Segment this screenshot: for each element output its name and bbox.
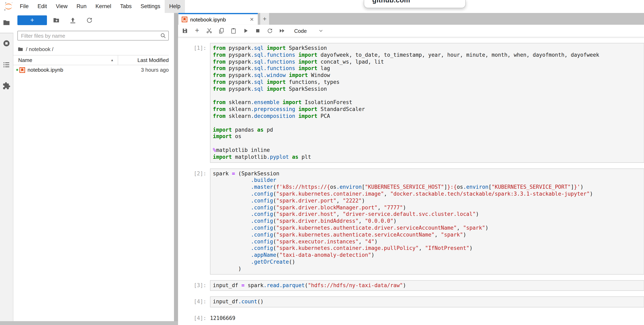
file-list-header: Name ▲ Last Modified xyxy=(13,55,169,65)
new-launcher-button[interactable]: + xyxy=(18,16,47,25)
menu-item-edit[interactable]: Edit xyxy=(33,0,52,13)
menu-items: FileEditViewRunKernelTabsSettingsHelp xyxy=(16,0,185,13)
code-cell-editor[interactable]: spark = (SparkSession .builder .master(f… xyxy=(210,168,644,274)
refresh-icon[interactable] xyxy=(86,17,93,24)
left-sidebar xyxy=(0,13,13,325)
cell-type-value: Code xyxy=(294,28,307,34)
menu-item-file[interactable]: File xyxy=(16,0,33,13)
menu-item-settings[interactable]: Settings xyxy=(136,0,165,13)
code-cell-editor[interactable]: input_df = spark.read.parquet("hdfs://hd… xyxy=(210,280,644,291)
breadcrumb-folder-icon[interactable] xyxy=(18,46,24,52)
tab-close-icon[interactable]: × xyxy=(249,16,254,23)
stop-icon xyxy=(254,28,261,34)
breadcrumb: / notebook / xyxy=(18,45,54,53)
main-area: + xyxy=(0,13,644,325)
left-sidebar-background xyxy=(0,33,13,325)
code-cell-editor[interactable]: from pyspark.sql import SparkSession fro… xyxy=(210,43,644,163)
breadcrumb-path[interactable]: / notebook / xyxy=(26,46,54,52)
input-prompt: [1]: xyxy=(178,43,206,163)
code-cell: [2]:spark = (SparkSession .builder .mast… xyxy=(178,168,644,274)
panel-divider[interactable] xyxy=(174,13,178,325)
file-last-modified: 3 hours ago xyxy=(141,67,169,73)
code-text: spark = (SparkSession .builder .master(f… xyxy=(213,170,641,272)
kernel-running-dot xyxy=(16,69,18,71)
jupyterlab-window: FileEditViewRunKernelTabsSettingsHelp gi… xyxy=(0,0,644,325)
copy-icon xyxy=(218,28,224,34)
run-icon xyxy=(242,28,249,34)
paste-cells-button[interactable] xyxy=(229,26,238,36)
restart-run-all-button[interactable] xyxy=(277,26,287,36)
tab-title: notebook.ipynb xyxy=(190,17,249,23)
input-prompt: [4]: xyxy=(178,297,206,307)
save-button[interactable] xyxy=(180,26,190,36)
notebook-cells[interactable]: [1]:from pyspark.sql import SparkSession… xyxy=(178,37,644,325)
menubar: FileEditViewRunKernelTabsSettingsHelp xyxy=(0,0,644,13)
tab-bar: notebook.ipynb × + xyxy=(178,13,644,25)
menu-item-run[interactable]: Run xyxy=(72,0,91,13)
menu-item-kernel[interactable]: Kernel xyxy=(91,0,116,13)
notebook-file-icon xyxy=(20,67,25,73)
run-cell-button[interactable] xyxy=(241,26,250,36)
input-prompt: [2]: xyxy=(178,168,206,274)
notebook-toolbar: + xyxy=(178,25,644,37)
copy-cells-button[interactable] xyxy=(216,26,226,36)
notebook-panel: notebook.ipynb × + + xyxy=(178,13,644,325)
browser-origin-popup: github.com xyxy=(364,0,466,8)
file-name: notebook.ipynb xyxy=(28,67,141,73)
code-text: input_df.count() xyxy=(213,299,641,305)
cut-cells-button[interactable] xyxy=(204,26,214,36)
popup-origin-text: github.com xyxy=(372,0,410,5)
code-text: from pyspark.sql import SparkSession fro… xyxy=(213,45,641,161)
plus-icon: + xyxy=(195,27,199,34)
table-of-contents-tab-icon[interactable] xyxy=(2,61,10,69)
file-browser-toolbar: + xyxy=(18,16,172,25)
save-icon xyxy=(182,28,188,34)
menu-item-tabs[interactable]: Tabs xyxy=(116,0,136,13)
menu-item-view[interactable]: View xyxy=(52,0,72,13)
paste-icon xyxy=(230,28,237,34)
menu-item-help[interactable]: Help xyxy=(165,0,185,13)
cell-output-text: 12106669 xyxy=(210,313,644,323)
new-tab-button[interactable]: + xyxy=(260,13,269,25)
cut-icon xyxy=(206,28,212,34)
new-folder-icon[interactable] xyxy=(52,17,60,24)
extensions-tab-icon[interactable] xyxy=(2,82,10,90)
insert-cell-button[interactable]: + xyxy=(192,26,202,36)
input-prompt: [3]: xyxy=(178,280,206,291)
code-cell: [4]:input_df.count() xyxy=(178,297,644,307)
sort-ascending-icon: ▲ xyxy=(110,58,114,62)
output-area: [4]:12106669 xyxy=(178,313,644,323)
running-kernels-tab-icon[interactable] xyxy=(2,39,10,47)
bottom-edge-strip xyxy=(0,321,178,325)
chevron-down-icon xyxy=(318,28,324,34)
upload-icon[interactable] xyxy=(69,17,76,24)
search-icon xyxy=(160,32,166,39)
filter-files-input[interactable] xyxy=(18,31,169,41)
notebook-file-icon xyxy=(182,17,187,22)
fast-forward-icon xyxy=(279,28,285,34)
code-cell: [3]:input_df = spark.read.parquet("hdfs:… xyxy=(178,280,644,291)
file-row-notebook[interactable]: notebook.ipynb 3 hours ago xyxy=(13,65,169,75)
code-cell: [1]:from pyspark.sql import SparkSession… xyxy=(178,43,644,163)
column-header-last-modified[interactable]: Last Modified xyxy=(118,56,169,65)
output-prompt: [4]: xyxy=(178,313,206,323)
tab-notebook[interactable]: notebook.ipynb × xyxy=(178,13,258,25)
restart-icon xyxy=(267,28,273,34)
interrupt-kernel-button[interactable] xyxy=(253,26,262,36)
restart-kernel-button[interactable] xyxy=(265,26,275,36)
cell-type-dropdown[interactable]: Code xyxy=(294,28,324,34)
column-header-name[interactable]: Name ▲ xyxy=(13,57,118,63)
code-cell-editor[interactable]: input_df.count() xyxy=(210,297,644,307)
file-browser-panel: + xyxy=(13,13,174,325)
code-text: input_df = spark.read.parquet("hdfs://hd… xyxy=(213,282,641,289)
jupyter-logo-icon xyxy=(3,1,14,12)
file-browser-tab-icon[interactable] xyxy=(2,19,10,27)
